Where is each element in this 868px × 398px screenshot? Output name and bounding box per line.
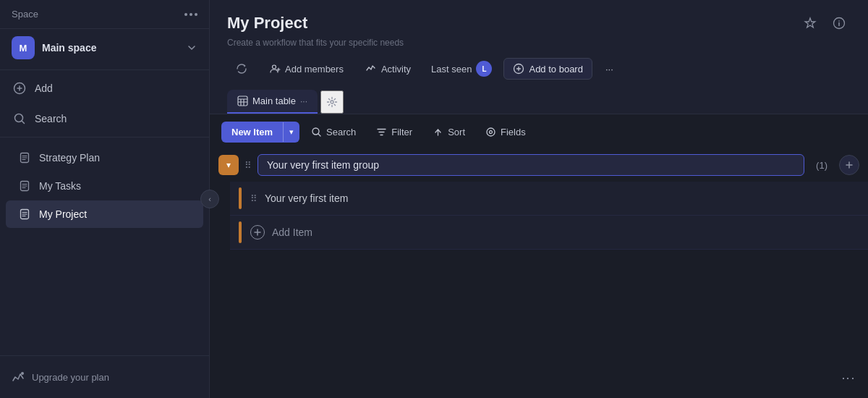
tabs-row: Main table ··· <box>227 90 851 114</box>
svg-point-13 <box>487 128 495 136</box>
svg-point-14 <box>490 131 493 134</box>
fields-label: Fields <box>501 127 526 137</box>
search-label: Search <box>326 127 356 137</box>
last-seen-label: Last seen <box>431 64 472 75</box>
group-count: (1) <box>810 157 833 174</box>
sidebar-nav: Strategy Plan My Tasks My Project <box>0 140 209 355</box>
strategy-plan-label: Strategy Plan <box>39 152 100 164</box>
upgrade-plan-label: Upgrade your plan <box>32 372 109 383</box>
add-item-color-bar <box>239 221 242 243</box>
divider-2 <box>0 137 209 137</box>
add-label: Add <box>35 82 53 94</box>
item-name: Your very first item <box>265 192 859 204</box>
sidebar-footer: Upgrade your plan <box>0 355 209 398</box>
document-icon <box>17 151 32 165</box>
add-members-label: Add members <box>285 64 344 75</box>
item-color-bar <box>239 187 242 209</box>
last-seen-button[interactable]: Last seen L <box>424 56 499 81</box>
my-project-label: My Project <box>39 208 87 220</box>
add-to-board-button[interactable]: Add to board <box>503 58 592 80</box>
table-row[interactable]: ⠿ Your very first item <box>230 182 868 216</box>
filter-button[interactable]: Filter <box>367 122 421 142</box>
add-item-icon <box>250 225 265 240</box>
collapse-sidebar-button[interactable]: ‹ <box>200 190 219 208</box>
sidebar-item-my-project[interactable]: My Project <box>6 200 203 228</box>
document-icon <box>17 207 32 221</box>
svg-point-8 <box>273 65 276 69</box>
add-action[interactable]: Add <box>0 73 209 103</box>
workspace-item[interactable]: M Main space <box>0 29 209 67</box>
divider <box>0 69 209 70</box>
more-header-button[interactable]: ··· <box>597 59 622 79</box>
workspace-avatar: M <box>12 36 35 59</box>
refresh-button[interactable] <box>227 59 256 79</box>
sidebar-header: Space <box>0 0 209 29</box>
search-label: Search <box>35 113 67 124</box>
add-icon <box>12 80 27 96</box>
svg-point-7 <box>838 20 840 22</box>
more-options-button[interactable] <box>184 13 197 16</box>
tab-main-table[interactable]: Main table ··· <box>227 90 318 114</box>
tab-main-table-label: Main table <box>252 96 296 106</box>
group-toggle-button[interactable]: ▾ <box>218 155 239 175</box>
search-action[interactable]: Search <box>0 103 209 134</box>
tab-more-icon[interactable]: ··· <box>300 96 307 106</box>
sort-button[interactable]: Sort <box>424 122 474 142</box>
sidebar-item-strategy-plan[interactable]: Strategy Plan <box>6 144 203 172</box>
chevron-down-icon[interactable] <box>186 42 197 54</box>
filter-label: Filter <box>391 127 412 137</box>
document-icon <box>17 179 32 193</box>
group-drag-handle[interactable]: ⠿ <box>244 160 252 171</box>
item-drag-handle[interactable]: ⠿ <box>250 193 258 204</box>
svg-point-1 <box>15 114 23 122</box>
new-item-label: New Item <box>221 122 283 143</box>
activity-button[interactable]: Activity <box>357 59 420 79</box>
header-actions <box>799 12 851 35</box>
sidebar-item-my-tasks[interactable]: My Tasks <box>6 172 203 200</box>
add-to-board-label: Add to board <box>529 64 582 75</box>
group-name-input[interactable] <box>258 154 804 176</box>
last-seen-avatar: L <box>476 61 492 77</box>
add-members-button[interactable]: Add members <box>260 59 352 79</box>
project-subtitle: Create a workflow that fits your specifi… <box>227 38 851 48</box>
space-label: Space <box>12 9 38 20</box>
table-area: ▾ ⠿ (1) ⠿ Your very first item <box>210 150 868 261</box>
sidebar: Space M Main space Add <box>0 0 210 398</box>
add-item-row[interactable]: Add Item <box>230 216 868 250</box>
sort-label: Sort <box>448 127 465 137</box>
search-icon <box>12 111 27 127</box>
star-button[interactable] <box>799 12 822 35</box>
page-header: My Project Create a workflow that fits y… <box>210 0 868 114</box>
header-top: My Project <box>227 12 851 35</box>
toolbar-row: Add members Activity Last seen L Add <box>227 56 851 81</box>
content-area: New Item ▾ Search Filter Sor <box>210 114 868 398</box>
new-item-button[interactable]: New Item ▾ <box>221 122 299 143</box>
group-add-column-button[interactable] <box>839 155 859 175</box>
upgrade-plan-button[interactable]: Upgrade your plan <box>12 365 197 389</box>
svg-point-5 <box>21 372 24 375</box>
project-title: My Project <box>227 14 307 33</box>
svg-rect-10 <box>238 96 247 106</box>
add-item-label: Add Item <box>272 226 859 238</box>
fields-button[interactable]: Fields <box>477 122 535 142</box>
group-header: ▾ ⠿ (1) <box>210 150 868 180</box>
svg-point-11 <box>331 101 333 103</box>
my-tasks-label: My Tasks <box>39 180 81 192</box>
settings-button[interactable] <box>320 90 344 114</box>
more-options-bottom-button[interactable]: ⋮ <box>841 372 856 386</box>
more-icon: ··· <box>605 64 613 75</box>
activity-label: Activity <box>381 64 411 75</box>
main-content: My Project Create a workflow that fits y… <box>210 0 868 398</box>
new-item-dropdown-arrow[interactable]: ▾ <box>283 122 299 142</box>
search-button[interactable]: Search <box>302 122 365 142</box>
workspace-name: Main space <box>42 42 179 54</box>
info-button[interactable] <box>827 12 851 35</box>
action-bar: New Item ▾ Search Filter Sor <box>210 114 868 150</box>
